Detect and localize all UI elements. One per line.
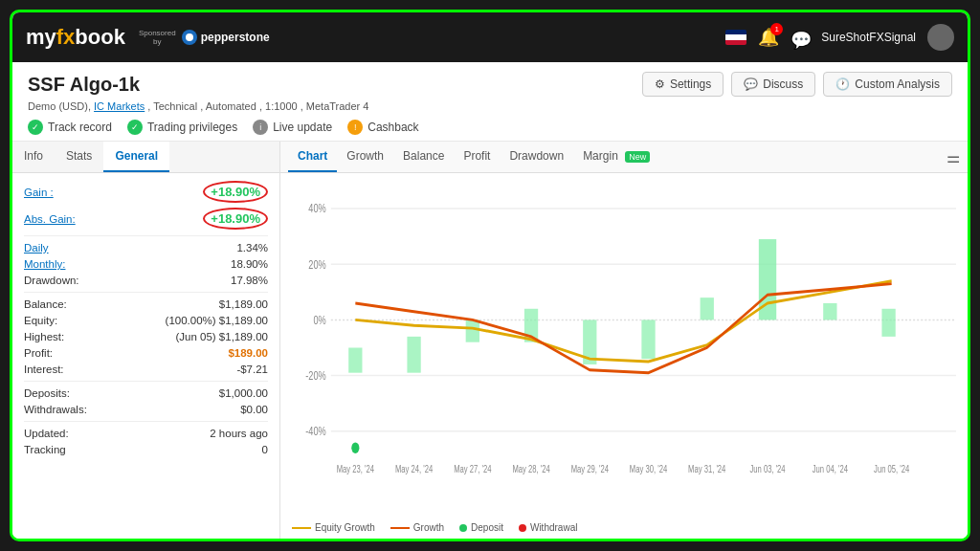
chart-tab-chart[interactable]: Chart bbox=[288, 142, 337, 172]
divider-2 bbox=[24, 292, 268, 293]
updated-row: Updated: 2 hours ago bbox=[24, 428, 268, 439]
highest-value: (Jun 05) $1,189.00 bbox=[175, 331, 268, 342]
avatar[interactable] bbox=[927, 24, 954, 51]
svg-point-12 bbox=[351, 442, 359, 453]
legend-equity-growth: Equity Growth bbox=[292, 522, 375, 533]
margin-label: Margin bbox=[583, 149, 618, 163]
equity-growth-line-icon bbox=[292, 527, 311, 529]
filter-icon[interactable]: ⚌ bbox=[947, 148, 960, 166]
trading-privileges-badge: ✓ Trading privileges bbox=[127, 120, 237, 135]
deposit-dot-icon bbox=[459, 524, 467, 532]
clock-icon: 🕐 bbox=[835, 77, 850, 91]
gain-value: +18.90% bbox=[203, 181, 268, 203]
profit-value: $189.00 bbox=[228, 347, 268, 359]
divider-3 bbox=[24, 381, 268, 382]
svg-text:Jun 03, '24: Jun 03, '24 bbox=[749, 463, 785, 475]
track-record-badge: ✓ Track record bbox=[28, 120, 112, 135]
svg-text:40%: 40% bbox=[308, 202, 325, 215]
interest-label: Interest: bbox=[24, 364, 64, 375]
account-title-row: SSF Algo-1k ⚙ Settings 💬 Discuss 🕐 Custo… bbox=[28, 72, 952, 97]
profit-row: Profit: $189.00 bbox=[24, 347, 268, 359]
custom-analysis-button[interactable]: 🕐 Custom Analysis bbox=[823, 72, 952, 97]
partner-icon bbox=[182, 30, 197, 45]
divider-4 bbox=[24, 421, 268, 422]
language-flag-icon[interactable] bbox=[725, 30, 746, 45]
tab-info[interactable]: Info bbox=[12, 142, 55, 172]
svg-text:May 30, '24: May 30, '24 bbox=[630, 463, 667, 475]
broker-link[interactable]: IC Markets bbox=[94, 100, 145, 112]
settings-button[interactable]: ⚙ Settings bbox=[642, 72, 724, 97]
discuss-button[interactable]: 💬 Discuss bbox=[731, 72, 815, 97]
daily-row: Daily 1.34% bbox=[24, 242, 268, 253]
svg-rect-20 bbox=[823, 303, 836, 320]
track-record-check-icon: ✓ bbox=[28, 120, 43, 135]
tab-stats[interactable]: Stats bbox=[55, 142, 103, 172]
chart-svg: 40% 20% 0% -20% -40% bbox=[292, 181, 956, 515]
equity-value: (100.00%) $1,189.00 bbox=[166, 315, 268, 326]
drawdown-value: 17.98% bbox=[231, 275, 268, 286]
monthly-label[interactable]: Monthly: bbox=[24, 258, 65, 270]
chat-icon[interactable]: 💬 bbox=[791, 30, 810, 45]
highest-label: Highest: bbox=[24, 331, 64, 342]
growth-line-icon bbox=[390, 527, 410, 529]
updated-label: Updated: bbox=[24, 428, 69, 439]
header: myfxbook Sponsored by pepperstone 🔔 1 💬 … bbox=[12, 12, 968, 62]
chart-tab-growth[interactable]: Growth bbox=[337, 142, 393, 172]
live-update-badge: i Live update bbox=[253, 120, 332, 135]
header-right: 🔔 1 💬 SureShotFXSignal bbox=[725, 24, 954, 51]
drawdown-row: Drawdown: 17.98% bbox=[24, 275, 268, 286]
left-tabs: Info Stats General bbox=[12, 142, 279, 173]
daily-label[interactable]: Daily bbox=[24, 242, 49, 253]
svg-rect-17 bbox=[641, 320, 655, 359]
page-body: SSF Algo-1k ⚙ Settings 💬 Discuss 🕐 Custo… bbox=[12, 62, 968, 539]
abs-gain-row: Abs. Gain: +18.90% bbox=[24, 208, 268, 230]
username-label: SureShotFXSignal bbox=[821, 31, 916, 44]
discuss-label: Discuss bbox=[763, 77, 803, 91]
balance-row: Balance: $1,189.00 bbox=[24, 298, 268, 310]
withdrawal-dot-icon bbox=[519, 524, 526, 532]
withdrawals-value: $0.00 bbox=[240, 404, 268, 415]
equity-growth-label: Equity Growth bbox=[315, 522, 375, 533]
chart-tab-margin[interactable]: Margin New bbox=[573, 142, 659, 172]
balance-value: $1,189.00 bbox=[219, 298, 268, 310]
track-record-label: Track record bbox=[48, 121, 112, 134]
svg-text:Jun 05, '24: Jun 05, '24 bbox=[874, 463, 909, 475]
svg-text:May 27, '24: May 27, '24 bbox=[454, 463, 491, 475]
app-frame: myfxbook Sponsored by pepperstone 🔔 1 💬 … bbox=[10, 10, 970, 541]
interest-value: -$7.21 bbox=[236, 364, 268, 375]
chart-tab-drawdown[interactable]: Drawdown bbox=[500, 142, 573, 172]
growth-label: Growth bbox=[413, 522, 444, 533]
tracking-label: Tracking bbox=[24, 444, 66, 455]
profit-label: Profit: bbox=[24, 347, 53, 359]
abs-gain-label[interactable]: Abs. Gain: bbox=[24, 213, 76, 225]
trading-privileges-check-icon: ✓ bbox=[127, 120, 143, 135]
chart-tab-profit[interactable]: Profit bbox=[454, 142, 500, 172]
withdrawal-label: Withdrawal bbox=[530, 522, 577, 533]
svg-rect-14 bbox=[466, 320, 479, 342]
monthly-value: 18.90% bbox=[231, 258, 268, 270]
svg-text:May 31, '24: May 31, '24 bbox=[688, 463, 725, 475]
discuss-icon: 💬 bbox=[744, 77, 758, 91]
logo-text: myfxbook bbox=[26, 25, 125, 50]
gain-label[interactable]: Gain : bbox=[24, 187, 54, 198]
tab-general[interactable]: General bbox=[103, 142, 169, 172]
account-header: SSF Algo-1k ⚙ Settings 💬 Discuss 🕐 Custo… bbox=[12, 62, 968, 142]
svg-text:Jun 04, '24: Jun 04, '24 bbox=[813, 463, 848, 475]
svg-rect-21 bbox=[881, 309, 895, 337]
notification-badge: 1 bbox=[770, 23, 783, 35]
chart-tab-balance[interactable]: Balance bbox=[393, 142, 454, 172]
deposits-label: Deposits: bbox=[24, 387, 70, 399]
live-update-label: Live update bbox=[273, 121, 332, 134]
deposits-value: $1,000.00 bbox=[219, 387, 268, 399]
equity-row: Equity: (100.00%) $1,189.00 bbox=[24, 315, 268, 326]
stats-panel: Gain : +18.90% Abs. Gain: +18.90% Daily … bbox=[12, 173, 279, 539]
settings-label: Settings bbox=[670, 77, 711, 91]
notifications-icon[interactable]: 🔔 1 bbox=[758, 27, 779, 48]
svg-text:May 29, '24: May 29, '24 bbox=[571, 463, 609, 475]
monthly-row: Monthly: 18.90% bbox=[24, 258, 268, 270]
chart-area: 40% 20% 0% -20% -40% bbox=[280, 173, 968, 518]
drawdown-label: Drawdown: bbox=[24, 275, 79, 286]
chart-tabs-row: Chart Growth Balance Profit Drawdown Mar… bbox=[280, 142, 968, 173]
deposit-label: Deposit bbox=[471, 522, 503, 533]
interest-row: Interest: -$7.21 bbox=[24, 364, 268, 375]
